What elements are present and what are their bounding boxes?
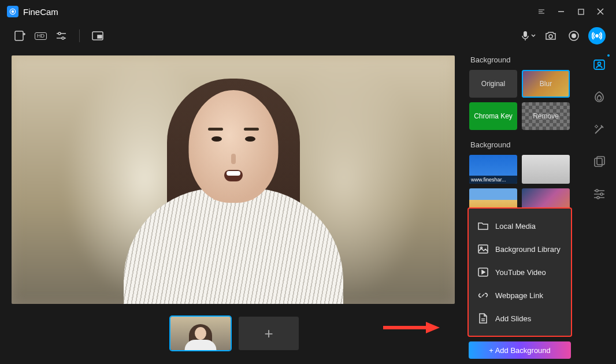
minimize-button[interactable] — [552, 3, 570, 20]
scene-thumb-1[interactable] — [170, 317, 231, 350]
toolbar-divider — [79, 29, 80, 42]
panel-heading-modes: Background — [470, 55, 578, 64]
svg-rect-8 — [524, 31, 527, 37]
preview-column: + — [0, 49, 469, 364]
menu-add-slides[interactable]: Add Slides — [469, 307, 571, 330]
folder-icon — [478, 221, 488, 231]
mode-remove[interactable]: Remove — [522, 102, 570, 130]
add-background-button[interactable]: + Add Background — [469, 341, 571, 359]
menu-background-library[interactable]: Background Library — [469, 237, 571, 261]
svg-point-9 — [549, 35, 552, 38]
titlebar: FineCam — [0, 0, 616, 23]
bg-tile-office[interactable] — [522, 155, 570, 184]
video-preview[interactable] — [12, 55, 455, 304]
right-rail — [582, 49, 616, 364]
panel-heading-backgrounds: Background — [470, 140, 578, 149]
svg-rect-20 — [478, 245, 488, 253]
chevron-down-icon — [530, 33, 536, 39]
hd-toggle[interactable]: HD — [35, 32, 47, 40]
menu-webpage-label: Webpage Link — [495, 291, 543, 300]
svg-rect-15 — [595, 158, 602, 166]
play-icon — [478, 267, 488, 277]
rail-background-icon[interactable] — [591, 57, 607, 73]
broadcast-button[interactable] — [588, 27, 606, 44]
background-mode-grid: Original Blur Chroma Key Remove — [469, 70, 578, 130]
svg-point-18 — [600, 193, 603, 195]
add-background-label: + Add Background — [489, 346, 551, 355]
svg-rect-2 — [578, 9, 584, 14]
annotation-arrow-icon — [383, 321, 440, 334]
link-icon — [478, 290, 488, 300]
rail-adjust-icon[interactable] — [591, 186, 607, 202]
menu-local-label: Local Media — [495, 222, 536, 231]
svg-rect-16 — [597, 157, 604, 165]
svg-point-4 — [58, 32, 61, 35]
image-icon — [478, 244, 488, 254]
svg-rect-3 — [15, 31, 23, 40]
window-controls — [533, 3, 609, 20]
svg-point-12 — [596, 35, 598, 37]
add-background-menu: Local Media Background Library YouTube V… — [467, 207, 572, 337]
mode-original[interactable]: Original — [469, 70, 517, 98]
close-button[interactable] — [592, 3, 609, 20]
toolbar-left: HD — [12, 27, 106, 44]
svg-point-14 — [598, 62, 601, 65]
svg-point-5 — [62, 37, 64, 39]
menu-lines-icon[interactable] — [533, 3, 550, 20]
app-title: FineCam — [23, 7, 58, 17]
svg-point-1 — [12, 10, 14, 13]
menu-youtube-video[interactable]: YouTube Video — [469, 261, 571, 284]
mode-chroma-key[interactable]: Chroma Key — [469, 102, 517, 130]
snapshot-icon[interactable] — [542, 27, 559, 44]
bg-tile-webpage[interactable] — [469, 155, 517, 184]
menu-webpage-link[interactable]: Webpage Link — [469, 284, 571, 307]
top-toolbar: HD — [0, 23, 616, 49]
svg-point-19 — [597, 196, 599, 199]
menu-library-label: Background Library — [495, 245, 561, 254]
record-icon[interactable] — [565, 27, 582, 44]
mic-dropdown[interactable] — [521, 31, 536, 41]
menu-slides-label: Add Slides — [495, 314, 531, 323]
title-left: FineCam — [7, 6, 58, 17]
add-source-icon[interactable] — [12, 27, 29, 44]
settings-sliders-icon[interactable] — [53, 27, 70, 44]
rail-overlay-icon[interactable] — [591, 89, 607, 105]
maximize-button[interactable] — [572, 3, 589, 20]
menu-youtube-label: YouTube Video — [495, 268, 546, 277]
menu-local-media[interactable]: Local Media — [469, 214, 571, 237]
app-logo-icon — [7, 6, 18, 17]
rail-themes-icon[interactable] — [591, 154, 607, 170]
toolbar-right — [521, 27, 606, 44]
svg-point-17 — [596, 190, 598, 192]
rail-effects-icon[interactable] — [591, 121, 607, 138]
document-icon — [478, 313, 488, 324]
add-scene-button[interactable]: + — [239, 317, 299, 350]
svg-point-11 — [572, 34, 576, 38]
mode-blur[interactable]: Blur — [522, 70, 570, 98]
svg-rect-7 — [98, 35, 102, 38]
pip-icon[interactable] — [89, 27, 106, 44]
